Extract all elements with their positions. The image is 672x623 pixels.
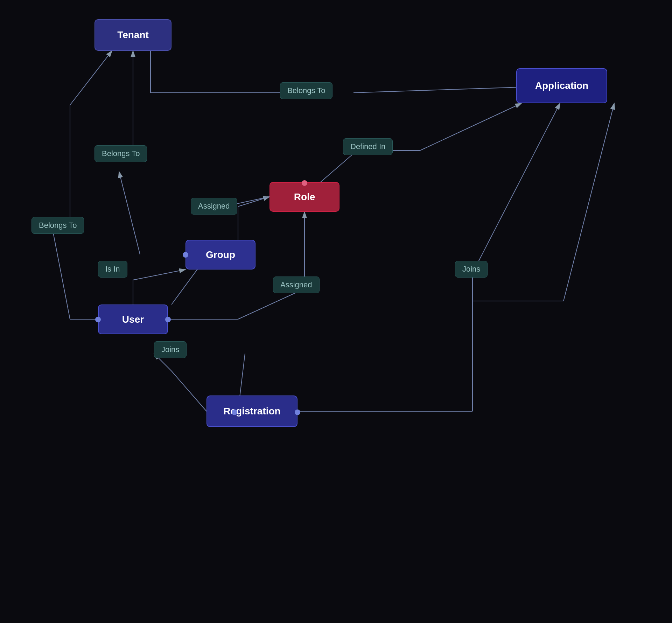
registration-dot-right — [295, 410, 300, 415]
tenant-node[interactable]: Tenant — [94, 19, 172, 51]
svg-line-14 — [238, 197, 270, 206]
application-node[interactable]: Application — [516, 68, 607, 103]
role-dot-pink — [302, 180, 307, 186]
user-node[interactable]: User — [98, 304, 168, 334]
group-label: Group — [206, 249, 235, 260]
role-label: Role — [294, 191, 315, 203]
svg-line-12 — [564, 103, 614, 301]
belongs-to-label-1: Belongs To — [280, 82, 332, 99]
assigned-label-2: Assigned — [273, 276, 320, 293]
user-dot-left — [95, 317, 101, 322]
registration-dot-left — [232, 410, 237, 415]
is-in-label: Is In — [98, 261, 127, 278]
svg-line-30 — [472, 103, 560, 273]
belongs-to-label-3: Belongs To — [31, 217, 84, 234]
svg-line-20 — [238, 289, 304, 319]
belongs-to-label-2: Belongs To — [94, 145, 147, 162]
joins-label-1: Joins — [154, 341, 187, 358]
user-dot-right — [165, 317, 171, 322]
defined-in-label: Defined In — [343, 138, 393, 155]
group-dot-blue — [183, 252, 188, 258]
svg-line-7 — [70, 51, 112, 105]
svg-line-24 — [119, 172, 140, 254]
diagram-container: Tenant Application Role Group User Regis… — [0, 0, 672, 623]
assigned-label-1: Assigned — [191, 198, 237, 215]
registration-node[interactable]: Registration — [206, 396, 298, 427]
application-label: Application — [535, 80, 588, 91]
svg-line-23 — [52, 229, 70, 319]
svg-line-10 — [420, 103, 522, 150]
svg-line-25 — [172, 371, 206, 411]
role-node[interactable]: Role — [270, 182, 340, 212]
group-node[interactable]: Group — [186, 240, 255, 270]
svg-line-18 — [133, 270, 186, 280]
joins-label-2: Joins — [455, 261, 488, 278]
user-label: User — [122, 314, 144, 325]
tenant-label: Tenant — [117, 29, 149, 41]
